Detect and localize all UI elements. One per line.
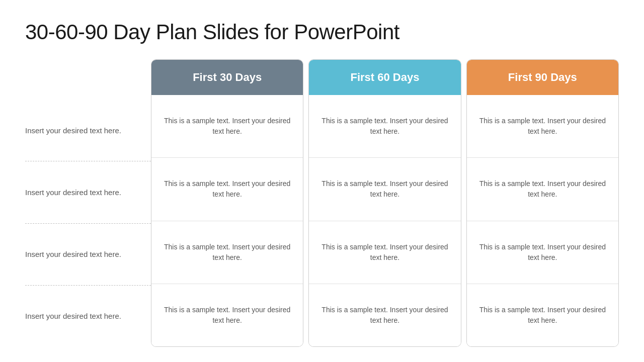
label-row-2: Insert your desired text here.: [25, 161, 151, 223]
label-row-3: Insert your desired text here.: [25, 224, 151, 286]
column-30-header: First 30 Days: [151, 60, 303, 95]
column-60-header: First 60 Days: [309, 60, 460, 95]
label-row-1: Insert your desired text here.: [25, 100, 151, 161]
column-90-header: First 90 Days: [467, 60, 618, 95]
column-30-cell-4: This is a sample text. Insert your desir…: [151, 284, 303, 346]
column-90-days: First 90 Days This is a sample text. Ins…: [466, 59, 619, 347]
column-90-cell-1: This is a sample text. Insert your desir…: [467, 95, 618, 158]
page-title: 30-60-90 Day Plan Slides for PowerPoint: [25, 20, 619, 44]
column-90-cell-3: This is a sample text. Insert your desir…: [467, 221, 618, 284]
column-30-cell-3: This is a sample text. Insert your desir…: [151, 221, 303, 284]
column-90-cell-2: This is a sample text. Insert your desir…: [467, 158, 618, 221]
column-30-cell-1: This is a sample text. Insert your desir…: [151, 95, 303, 158]
columns-container: First 30 Days This is a sample text. Ins…: [151, 59, 619, 347]
column-60-body: This is a sample text. Insert your desir…: [309, 95, 460, 346]
table-wrapper: Insert your desired text here. Insert yo…: [25, 59, 619, 347]
column-60-cell-2: This is a sample text. Insert your desir…: [309, 158, 460, 221]
column-30-days: First 30 Days This is a sample text. Ins…: [151, 59, 303, 347]
column-90-cell-4: This is a sample text. Insert your desir…: [467, 284, 618, 346]
column-60-cell-1: This is a sample text. Insert your desir…: [309, 95, 460, 158]
label-row-4: Insert your desired text here.: [25, 286, 151, 347]
column-60-days: First 60 Days This is a sample text. Ins…: [308, 59, 461, 347]
column-30-body: This is a sample text. Insert your desir…: [151, 95, 303, 346]
column-60-cell-4: This is a sample text. Insert your desir…: [309, 284, 460, 346]
page: 30-60-90 Day Plan Slides for PowerPoint …: [0, 0, 644, 362]
column-60-cell-3: This is a sample text. Insert your desir…: [309, 221, 460, 284]
column-30-cell-2: This is a sample text. Insert your desir…: [151, 158, 303, 221]
column-90-body: This is a sample text. Insert your desir…: [467, 95, 618, 346]
label-column: Insert your desired text here. Insert yo…: [25, 59, 151, 347]
